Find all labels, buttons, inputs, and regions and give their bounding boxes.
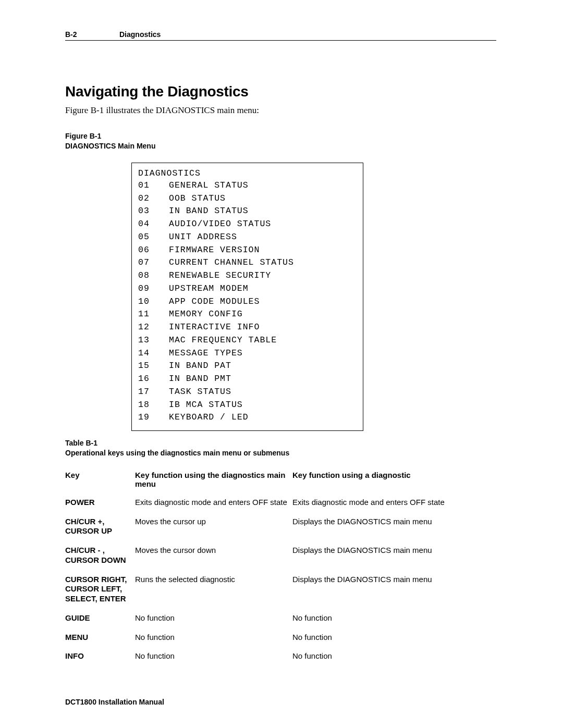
diagnostics-item-label: MAC FREQUENCY TABLE xyxy=(169,334,277,347)
diagnostics-menu-item: 07CURRENT CHANNEL STATUS xyxy=(138,256,357,269)
key-table-cell-main: Runs the selected diagnostic xyxy=(135,575,292,585)
key-table-cell-main: No function xyxy=(135,633,292,643)
diagnostics-item-label: APP CODE MODULES xyxy=(169,295,260,309)
diagnostics-menu-item: 03IN BAND STATUS xyxy=(138,205,357,218)
diagnostics-item-label: RENEWABLE SECURITY xyxy=(169,269,271,282)
diagnostics-item-label: FIRMWARE VERSION xyxy=(169,244,260,257)
key-table-cell-key: CURSOR RIGHT, CURSOR LEFT, SELECT, ENTER xyxy=(65,575,135,604)
figure-label: Figure B-1 DIAGNOSTICS Main Menu xyxy=(65,131,496,151)
key-table-cell-key: INFO xyxy=(65,651,135,661)
key-table-cell-key: MENU xyxy=(65,633,135,643)
diagnostics-item-label: IN BAND PMT xyxy=(169,373,231,386)
diagnostics-item-number: 10 xyxy=(138,295,169,309)
key-table-cell-diag: No function xyxy=(292,633,496,643)
key-table-row: MENUNo functionNo function xyxy=(65,633,496,643)
diagnostics-item-number: 19 xyxy=(138,411,169,424)
diagnostics-item-label: UNIT ADDRESS xyxy=(169,231,237,244)
diagnostics-item-label: MESSAGE TYPES xyxy=(169,347,243,360)
diagnostics-menu-item: 08RENEWABLE SECURITY xyxy=(138,269,357,282)
diagnostics-item-label: CURRENT CHANNEL STATUS xyxy=(169,256,294,269)
diagnostics-item-number: 01 xyxy=(138,179,169,192)
diagnostics-item-label: UPSTREAM MODEM xyxy=(169,282,249,295)
figure-label-id: Figure B-1 xyxy=(65,132,101,140)
key-table-cell-diag: No function xyxy=(292,613,496,623)
diagnostics-item-number: 08 xyxy=(138,269,169,282)
key-table-cell-main: Moves the cursor up xyxy=(135,517,292,527)
diagnostics-item-number: 13 xyxy=(138,334,169,347)
diagnostics-menu-item: 17TASK STATUS xyxy=(138,386,357,399)
diagnostics-item-label: IB MCA STATUS xyxy=(169,399,243,412)
key-table-cell-key: CH/CUR +, CURSOR UP xyxy=(65,517,135,537)
diagnostics-menu-item: 02OOB STATUS xyxy=(138,192,357,205)
diagnostics-item-number: 11 xyxy=(138,308,169,321)
diagnostics-menu-item: 09UPSTREAM MODEM xyxy=(138,282,357,295)
diagnostics-menu-title: DIAGNOSTICS xyxy=(138,168,357,178)
diagnostics-item-number: 18 xyxy=(138,399,169,412)
diagnostics-item-number: 05 xyxy=(138,231,169,244)
diagnostics-item-number: 12 xyxy=(138,321,169,334)
diagnostics-menu-item: 13MAC FREQUENCY TABLE xyxy=(138,334,357,347)
diagnostics-item-label: INTERACTIVE INFO xyxy=(169,321,260,334)
diagnostics-menu-item: 18IB MCA STATUS xyxy=(138,399,357,412)
key-table-header-key: Key xyxy=(65,471,135,488)
diagnostics-menu-item: 12INTERACTIVE INFO xyxy=(138,321,357,334)
key-table-cell-diag: No function xyxy=(292,651,496,661)
diagnostics-item-number: 07 xyxy=(138,256,169,269)
table-label-id: Table B-1 xyxy=(65,439,97,447)
diagnostics-item-label: KEYBOARD / LED xyxy=(169,411,249,424)
header-section-name: Diagnostics xyxy=(119,30,161,39)
key-table-cell-diag: Displays the DIAGNOSTICS main menu xyxy=(292,517,496,527)
key-table-cell-main: Exits diagnostic mode and enters OFF sta… xyxy=(135,498,292,508)
diagnostics-item-label: TASK STATUS xyxy=(169,386,231,399)
diagnostics-item-number: 02 xyxy=(138,192,169,205)
diagnostics-item-label: GENERAL STATUS xyxy=(169,179,249,192)
key-table-row: CH/CUR - , CURSOR DOWNMoves the cursor d… xyxy=(65,546,496,565)
diagnostics-item-label: AUDIO/VIDEO STATUS xyxy=(169,218,271,231)
diagnostics-menu-item: 15IN BAND PAT xyxy=(138,360,357,373)
diagnostics-item-number: 16 xyxy=(138,373,169,386)
diagnostics-item-number: 06 xyxy=(138,244,169,257)
diagnostics-menu-box: DIAGNOSTICS 01GENERAL STATUS02OOB STATUS… xyxy=(131,163,363,431)
table-label: Table B-1 Operational keys using the dia… xyxy=(65,438,496,458)
diagnostics-menu-item: 19KEYBOARD / LED xyxy=(138,411,357,424)
diagnostics-item-number: 14 xyxy=(138,347,169,360)
key-table-cell-key: POWER xyxy=(65,498,135,508)
diagnostics-menu-item: 14MESSAGE TYPES xyxy=(138,347,357,360)
diagnostics-item-number: 04 xyxy=(138,218,169,231)
diagnostics-menu-item: 06FIRMWARE VERSION xyxy=(138,244,357,257)
diagnostics-menu-item: 04AUDIO/VIDEO STATUS xyxy=(138,218,357,231)
key-table-cell-key: GUIDE xyxy=(65,613,135,623)
figure-label-caption: DIAGNOSTICS Main Menu xyxy=(65,142,155,150)
diagnostics-menu-item: 10APP CODE MODULES xyxy=(138,295,357,309)
diagnostics-item-label: IN BAND PAT xyxy=(169,360,231,373)
footer-text: DCT1800 Installation Manual xyxy=(65,698,164,706)
key-table-row: CH/CUR +, CURSOR UPMoves the cursor upDi… xyxy=(65,517,496,537)
key-table-cell-main: No function xyxy=(135,651,292,661)
key-table-header: Key Key function using the diagnostics m… xyxy=(65,471,496,488)
diagnostics-menu-item: 01GENERAL STATUS xyxy=(138,179,357,192)
header-page-number: B-2 xyxy=(65,30,119,39)
key-table-row: GUIDENo functionNo function xyxy=(65,613,496,623)
diagnostics-item-number: 17 xyxy=(138,386,169,399)
page-header: B-2 Diagnostics xyxy=(65,30,496,41)
diagnostics-item-number: 03 xyxy=(138,205,169,218)
key-table-header-diag: Key function using a diagnostic xyxy=(292,471,496,488)
diagnostics-menu-item: 11MEMORY CONFIG xyxy=(138,308,357,321)
diagnostics-item-label: OOB STATUS xyxy=(169,192,226,205)
key-table: Key Key function using the diagnostics m… xyxy=(65,471,496,661)
intro-text: Figure B-1 illustrates the DIAGNOSTICS m… xyxy=(65,105,496,116)
key-table-cell-main: Moves the cursor down xyxy=(135,546,292,556)
diagnostics-menu-item: 16IN BAND PMT xyxy=(138,373,357,386)
diagnostics-item-label: MEMORY CONFIG xyxy=(169,308,243,321)
key-table-row: POWERExits diagnostic mode and enters OF… xyxy=(65,498,496,508)
key-table-row: INFONo functionNo function xyxy=(65,651,496,661)
key-table-header-main: Key function using the diagnostics main … xyxy=(135,471,292,488)
key-table-row: CURSOR RIGHT, CURSOR LEFT, SELECT, ENTER… xyxy=(65,575,496,604)
diagnostics-item-number: 09 xyxy=(138,282,169,295)
section-title: Navigating the Diagnostics xyxy=(65,83,496,100)
diagnostics-item-number: 15 xyxy=(138,360,169,373)
key-table-cell-diag: Exits diagnostic mode and enters OFF sta… xyxy=(292,498,496,508)
key-table-cell-main: No function xyxy=(135,613,292,623)
key-table-cell-diag: Displays the DIAGNOSTICS main menu xyxy=(292,546,496,556)
key-table-cell-key: CH/CUR - , CURSOR DOWN xyxy=(65,546,135,565)
